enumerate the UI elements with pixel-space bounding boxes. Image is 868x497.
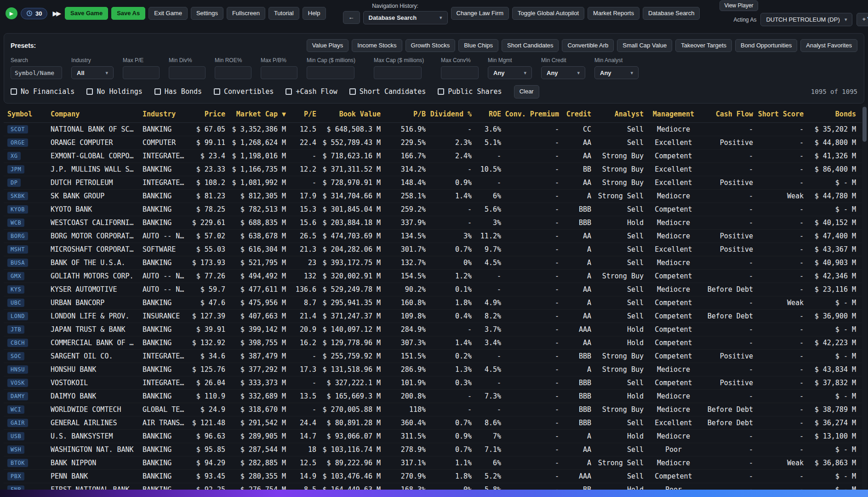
table-row[interactable]: DP DUTCH PETROLEUM INTEGRATE… $ 108.2 $ … xyxy=(4,176,864,190)
settings-button[interactable]: Settings xyxy=(191,7,223,20)
symbol-badge[interactable]: BTOK xyxy=(7,459,28,467)
column-header-company[interactable]: Company xyxy=(43,110,135,118)
table-row[interactable]: WSH WASHINGTON NAT. BANK BANKING $ 95.85… xyxy=(4,443,864,457)
column-header-symbol[interactable]: Symbol xyxy=(4,110,43,118)
acting-as-dropdown[interactable]: DUTCH PETROLEUM (DP) ▾ xyxy=(760,13,852,26)
preset-button[interactable]: Convertible Arb xyxy=(562,39,614,52)
symbol-badge[interactable]: SKBK xyxy=(7,192,28,200)
preset-button[interactable]: Growth Stocks xyxy=(405,39,456,52)
table-row[interactable]: WCB WESTCOAST CALIFORNI… BANKING $ 229.6… xyxy=(4,216,864,230)
column-header-pb[interactable]: P/B xyxy=(381,110,426,118)
table-row[interactable]: USB U.S. BANKSYSTEM BANKING $ 96.63 $ 28… xyxy=(4,430,864,443)
column-header-price[interactable]: Price xyxy=(186,110,225,118)
symbol-badge[interactable]: GAIR xyxy=(7,419,28,427)
checkbox-box[interactable] xyxy=(349,88,356,95)
column-header-market-cap[interactable]: Market Cap ▼ xyxy=(225,110,286,118)
scrollbar-thumb[interactable] xyxy=(862,107,867,142)
symbol-badge[interactable]: MSHT xyxy=(7,245,28,254)
max-cap-input[interactable] xyxy=(374,66,422,79)
symbol-badge[interactable]: GMX xyxy=(7,272,24,280)
min-div-input[interactable] xyxy=(169,66,206,79)
column-header-dividend[interactable]: Dividend % xyxy=(426,110,472,118)
preset-button[interactable]: Takeover Targets xyxy=(675,39,732,52)
table-row[interactable]: WCI WORLDWIDE COMTECH GLOBAL TE… $ 24.9 … xyxy=(4,403,864,416)
symbol-badge[interactable]: BORG xyxy=(7,232,28,240)
clear-button[interactable]: Clear xyxy=(514,85,539,98)
table-row[interactable]: BORG BORG MOTOR CORPORAT… AUTO -- N… $ 5… xyxy=(4,230,864,243)
fast-forward-button[interactable]: ▶▶ xyxy=(51,9,62,18)
max-conv-input[interactable] xyxy=(441,66,479,79)
column-header-pe[interactable]: P/E xyxy=(286,110,316,118)
table-row[interactable]: GMX GOLIATH MOTORS CORP. AUTO -- N… $ 77… xyxy=(4,270,864,283)
nav-history-dropdown[interactable]: Database Search ▾ xyxy=(363,11,448,24)
preset-button[interactable]: Value Plays xyxy=(307,39,349,52)
min-credit-select[interactable]: Any ▾ xyxy=(541,66,585,79)
table-row[interactable]: KYOB KYOTO BANK BANKING $ 78.25 $ 782,51… xyxy=(4,203,864,216)
column-header-management[interactable]: Management xyxy=(644,110,703,118)
symbol-badge[interactable]: DAMY xyxy=(7,392,28,400)
preset-button[interactable]: Short Candidates xyxy=(502,39,559,52)
table-row[interactable]: BTOK BANK NIPPON BANKING $ 94.29 $ 282,8… xyxy=(4,457,864,470)
turn-counter[interactable]: 30 xyxy=(21,8,47,19)
checkbox-box[interactable] xyxy=(438,88,444,95)
market-reports-button[interactable]: Market Reports xyxy=(588,7,640,20)
database-search-button[interactable]: Database Search xyxy=(643,7,700,20)
symbol-badge[interactable]: LOND xyxy=(7,312,28,320)
filter-checkbox[interactable]: Public Shares xyxy=(438,87,502,96)
exit-game-button[interactable]: Exit Game xyxy=(148,7,188,20)
table-row[interactable]: VOSK VOSTOKOIL INTEGRATE… $ 26.04 $ 333,… xyxy=(4,376,864,390)
preset-button[interactable]: Blue Chips xyxy=(458,39,498,52)
symbol-badge[interactable]: SOC xyxy=(7,352,24,360)
fullscreen-button[interactable]: Fullscreen xyxy=(227,7,265,20)
table-row[interactable]: JTB JAPAN TRUST & BANK BANKING $ 39.91 $… xyxy=(4,323,864,336)
change-law-firm-button[interactable]: Change Law Firm xyxy=(451,7,509,20)
table-row[interactable]: DAMY DAIMYO BANK BANKING $ 110.9 $ 332,6… xyxy=(4,390,864,403)
symbol-badge[interactable]: JTB xyxy=(7,325,24,334)
symbol-badge[interactable]: WSH xyxy=(7,445,24,454)
table-row[interactable]: SKBK SK BANK GROUP BANKING $ 81.23 $ 812… xyxy=(4,190,864,203)
table-row[interactable]: HNSU HONSHU BANK BANKING $ 125.76 $ 377,… xyxy=(4,363,864,376)
preset-button[interactable]: Analyst Favorites xyxy=(800,39,857,52)
preset-button[interactable]: Bond Opportunities xyxy=(735,39,797,52)
tutorial-button[interactable]: Tutorial xyxy=(268,7,299,20)
symbol-badge[interactable]: WCB xyxy=(7,219,24,227)
table-row[interactable]: SOC SARGENT OIL CO. INTEGRATE… $ 34.6 $ … xyxy=(4,350,864,363)
symbol-badge[interactable]: UBC xyxy=(7,299,24,307)
column-header-bonds[interactable]: Bonds xyxy=(804,110,856,118)
checkbox-box[interactable] xyxy=(214,88,220,95)
table-row[interactable]: JPM J.P. MULLINS WALL S… BANKING $ 23.33… xyxy=(4,163,864,176)
filter-checkbox[interactable]: Convertibles xyxy=(214,87,274,96)
symbol-badge[interactable]: BUSA xyxy=(7,259,28,267)
checkbox-box[interactable] xyxy=(11,88,17,95)
symbol-badge[interactable]: ORGE xyxy=(7,139,28,147)
view-player-button[interactable]: View Player xyxy=(720,0,758,11)
min-roe-input[interactable] xyxy=(215,66,251,79)
save-game-button[interactable]: Save Game xyxy=(65,7,108,20)
symbol-badge[interactable]: VOSK xyxy=(7,379,28,387)
table-row[interactable]: ORGE ORANGE COMPUTER COMPUTER $ 99.11 $ … xyxy=(4,136,864,150)
column-header-industry[interactable]: Industry xyxy=(135,110,186,118)
column-header-short-score[interactable]: Short Score xyxy=(753,110,804,118)
toggle-global-autopilot-button[interactable]: Toggle Global Autopilot xyxy=(512,7,584,20)
save-as-button[interactable]: Save As xyxy=(111,7,145,20)
symbol-badge[interactable]: USB xyxy=(7,432,24,440)
min-cap-input[interactable] xyxy=(307,66,354,79)
column-header-credit[interactable]: Credit xyxy=(559,110,591,118)
table-row[interactable]: PBX PENN BANK BANKING $ 93.45 $ 280,355 … xyxy=(4,470,864,483)
min-analyst-select[interactable]: Any ▾ xyxy=(594,66,639,79)
symbol-badge[interactable]: DP xyxy=(7,179,21,187)
search-input[interactable] xyxy=(11,66,62,79)
filter-checkbox[interactable]: No Holdings xyxy=(86,87,142,96)
table-row[interactable]: SCOT NATIONAL BANK OF SC… BANKING $ 67.0… xyxy=(4,123,864,136)
column-header-analyst[interactable]: Analyst xyxy=(591,110,644,118)
symbol-badge[interactable]: JPM xyxy=(7,165,24,173)
table-row[interactable]: KYS KYSER AUTOMOTIVE AUTO -- N… $ 59.7 $… xyxy=(4,283,864,296)
column-header-cash-flow[interactable]: Cash Flow xyxy=(703,110,753,118)
preset-button[interactable]: Income Stocks xyxy=(352,39,402,52)
symbol-badge[interactable]: CBCH xyxy=(7,339,28,347)
nav-back-button[interactable]: ← xyxy=(343,11,360,24)
table-row[interactable]: MSHT MICROSHAFT CORPORAT… SOFTWARE $ 55.… xyxy=(4,243,864,256)
industry-select[interactable]: All ▾ xyxy=(71,66,114,79)
table-row[interactable]: CBCH COMMERCIAL BANK OF … BANKING $ 132.… xyxy=(4,336,864,350)
table-row[interactable]: UBC URBAN BANCORP BANKING $ 47.6 $ 475,9… xyxy=(4,296,864,310)
